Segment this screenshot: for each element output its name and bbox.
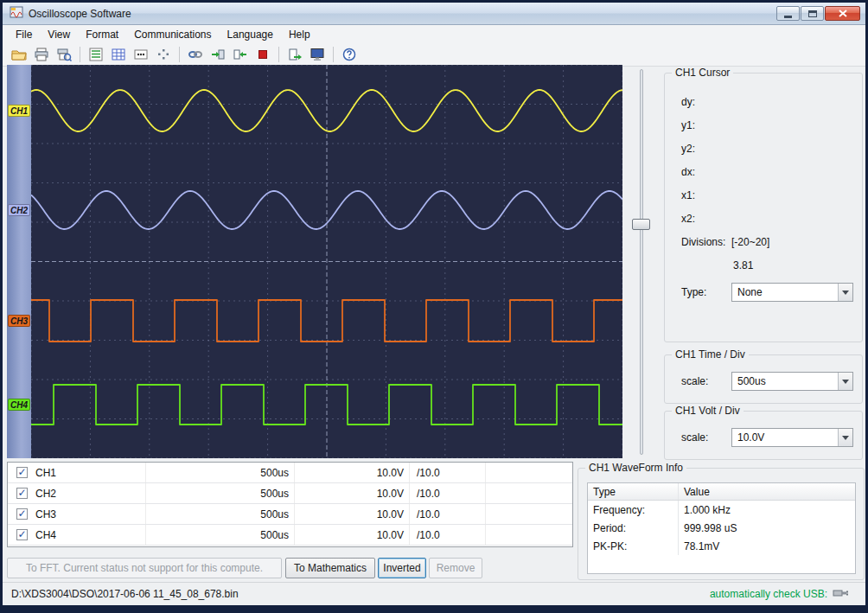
channel-marker-ch1[interactable]: CH1 <box>8 105 30 117</box>
chevron-down-icon[interactable] <box>838 284 852 301</box>
export-data-icon[interactable] <box>285 46 304 63</box>
import-data-icon[interactable] <box>208 46 227 63</box>
waveform-info-title: CH1 WaveForm Info <box>585 462 686 474</box>
cursor-dx-label: dx: <box>681 166 695 178</box>
channel-time: 500us <box>146 483 295 503</box>
volt-scale-select[interactable]: 10.0V <box>731 428 853 447</box>
scope-display[interactable] <box>31 65 622 458</box>
volt-div-panel: CH1 Volt / Div scale: 10.0V <box>664 411 863 460</box>
ch3-visible-checkbox[interactable] <box>16 508 28 520</box>
mathematics-button[interactable]: To Mathematics <box>285 558 375 578</box>
channel-row-ch4[interactable]: CH4 500us 10.0V /10.0 <box>8 525 572 546</box>
volt-scale-value: 10.0V <box>732 431 838 444</box>
vertical-slider-track[interactable] <box>640 69 643 455</box>
cursor-x1-label: x1: <box>681 189 695 201</box>
maximize-icon <box>808 10 817 17</box>
channel-row-ch1[interactable]: CH1 500us 10.0V /10.0 <box>8 463 572 483</box>
channel-volt: 10.0V <box>295 483 410 503</box>
window-controls <box>776 6 860 21</box>
maximize-button[interactable] <box>801 6 824 21</box>
menubar: File View Format Communications Language… <box>3 25 865 43</box>
divisions-label: Divisions: <box>681 236 725 248</box>
channel-probe: /10.0 <box>410 525 486 545</box>
usb-status: automatically check USB: <box>710 588 857 601</box>
channel-volt: 10.0V <box>295 463 410 482</box>
channel-volt: 10.0V <box>295 525 410 545</box>
channel-marker-ch2[interactable]: CH2 <box>8 204 30 216</box>
waveform-info-header[interactable]: Type Value <box>588 483 855 501</box>
channel-marker-ch4[interactable]: CH4 <box>8 399 30 411</box>
menu-file[interactable]: File <box>8 26 40 43</box>
minimize-icon <box>784 16 792 18</box>
print-preview-icon[interactable] <box>54 46 73 63</box>
info-value: 999.998 uS <box>679 519 855 537</box>
load-data-icon[interactable] <box>231 46 250 63</box>
stop-record-icon[interactable] <box>253 46 272 63</box>
channel-probe: /10.0 <box>410 463 486 482</box>
scope-grid <box>31 65 622 458</box>
time-scale-select[interactable]: 500us <box>731 372 853 391</box>
help-icon[interactable] <box>340 46 359 63</box>
header-type[interactable]: Type <box>588 483 679 500</box>
channel-row-ch3[interactable]: CH3 500us 10.0V /10.0 <box>8 504 572 525</box>
time-div-panel: CH1 Time / Div scale: 500us <box>664 354 863 404</box>
close-button[interactable] <box>825 6 860 21</box>
app-icon <box>10 5 23 22</box>
divisions-range: [-20~20] <box>731 236 769 248</box>
inverted-button[interactable]: Inverted <box>378 558 426 578</box>
cursor-type-select[interactable]: None <box>731 283 853 302</box>
info-value: 1.000 kHz <box>679 501 855 519</box>
display-options-icon[interactable] <box>131 46 150 63</box>
ch1-visible-checkbox[interactable] <box>16 467 28 478</box>
channel-name: CH3 <box>35 504 146 524</box>
toolbar-separator <box>80 47 80 62</box>
minimize-button[interactable] <box>776 6 800 21</box>
waveform-info-table: Type Value Frequency: 1.000 kHz Period: … <box>587 482 856 574</box>
full-screen-icon[interactable] <box>308 46 327 63</box>
connect-device-icon[interactable] <box>186 46 205 63</box>
fft-button: To FFT. Current status not support for t… <box>7 558 282 578</box>
info-row-period: Period: 999.998 uS <box>588 519 855 537</box>
titlebar[interactable]: Oscilloscope Software <box>3 3 865 25</box>
time-scale-label: scale: <box>681 375 708 387</box>
info-row-frequency: Frequency: 1.000 kHz <box>588 501 855 519</box>
remove-button: Remove <box>429 558 482 578</box>
ch2-visible-checkbox[interactable] <box>16 488 28 499</box>
cursor-type-value: None <box>732 286 838 298</box>
time-div-title: CH1 Time / Div <box>672 348 749 361</box>
toolbar-separator <box>333 47 334 62</box>
grid-display-icon[interactable] <box>109 46 128 63</box>
menu-format[interactable]: Format <box>78 26 126 43</box>
chevron-down-icon[interactable] <box>838 373 852 390</box>
channel-probe: /10.0 <box>410 483 486 503</box>
channel-strip: CH1CH2CH3CH4 <box>7 65 31 458</box>
header-value[interactable]: Value <box>679 483 855 500</box>
channel-probe: /10.0 <box>410 504 486 524</box>
print-icon[interactable] <box>32 46 51 63</box>
cursor-panel: CH1 Cursor dy: y1: y2: dx: x1: x2: Divis… <box>664 73 863 342</box>
ch4-visible-checkbox[interactable] <box>16 529 28 540</box>
cursor-panel-title: CH1 Cursor <box>672 67 733 79</box>
time-scale-value: 500us <box>732 375 838 387</box>
info-type: Period: <box>588 519 679 537</box>
volt-div-title: CH1 Volt / Div <box>672 405 744 417</box>
cursor-y1-label: y1: <box>681 119 695 131</box>
channel-name: CH1 <box>35 463 146 482</box>
menu-view[interactable]: View <box>40 26 78 43</box>
volt-scale-label: scale: <box>681 431 708 444</box>
align-traces-icon[interactable] <box>154 46 173 63</box>
channel-marker-ch3[interactable]: CH3 <box>8 315 30 327</box>
menu-help[interactable]: Help <box>281 26 318 43</box>
channel-row-ch2[interactable]: CH2 500us 10.0V /10.0 <box>8 483 572 504</box>
usb-icon <box>833 588 852 601</box>
open-file-icon[interactable] <box>10 46 29 63</box>
chevron-down-icon[interactable] <box>838 429 852 446</box>
cursor-x2-label: x2: <box>681 213 695 225</box>
close-icon <box>839 10 847 17</box>
file-path: D:\XDS3004\DSO\2017-06-06 11_45_08_678.b… <box>11 588 239 600</box>
menu-communications[interactable]: Communications <box>126 26 219 43</box>
vertical-slider-handle[interactable] <box>632 219 650 230</box>
waveform-info-panel: CH1 WaveForm Info Type Value Frequency: … <box>578 468 865 580</box>
menu-language[interactable]: Language <box>220 26 281 43</box>
channel-list-icon[interactable] <box>86 46 105 63</box>
